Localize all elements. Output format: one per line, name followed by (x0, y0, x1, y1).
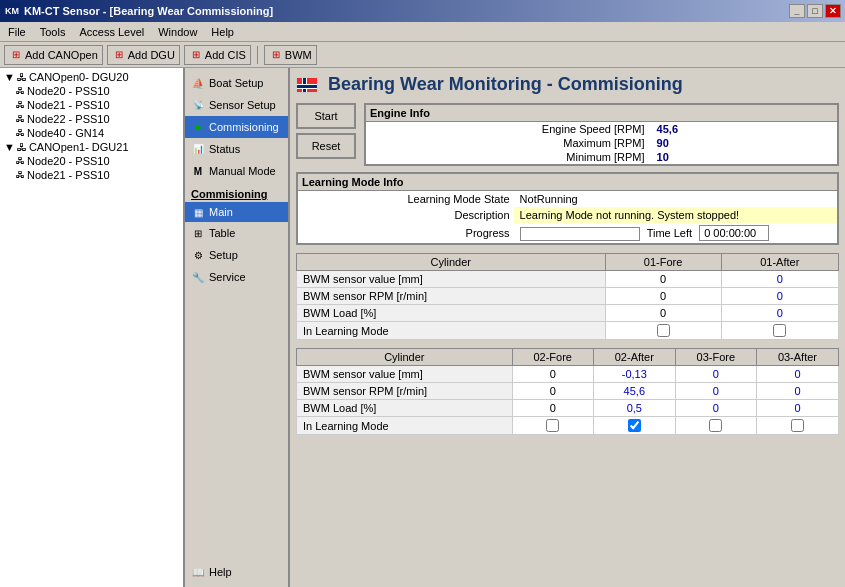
engine-max-value: 90 (649, 136, 837, 150)
help-label: Help (209, 566, 232, 578)
nav-sub-service[interactable]: Service (185, 266, 288, 288)
toolbar-separator (257, 46, 258, 64)
t2-checkbox-4[interactable] (791, 419, 804, 432)
progress-bar (520, 227, 640, 241)
nav-status[interactable]: Status (185, 138, 288, 160)
tree-item-node40-0[interactable]: 🖧 Node40 - GN14 (2, 126, 181, 140)
engine-speed-row: Engine Speed [RPM] 45,6 (366, 122, 837, 136)
tree-item-node20-0[interactable]: 🖧 Node20 - PSS10 (2, 84, 181, 98)
add-dgu-icon: ⊞ (112, 48, 126, 62)
table-row: BWM Load [%] 0 0 (297, 305, 839, 322)
table-label: Table (209, 227, 235, 239)
nav-help[interactable]: Help (185, 561, 288, 583)
table1-col-01after: 01-After (721, 254, 838, 271)
t2-checkbox-3[interactable] (709, 419, 722, 432)
time-left-value: 0 00:00:00 (699, 225, 769, 241)
t2-checkbox-2[interactable] (628, 419, 641, 432)
menu-access-level[interactable]: Access Level (73, 24, 150, 40)
tree-item-node20-1[interactable]: 🖧 Node20 - PSS10 (2, 154, 181, 168)
start-button[interactable]: Start (296, 103, 356, 129)
setup-label: Setup (209, 249, 238, 261)
norway-flag-icon (296, 77, 318, 93)
window-controls[interactable]: _ □ ✕ (789, 4, 841, 18)
t2-r1-v1: 0 (512, 366, 593, 383)
node-icon-2: 🖧 (16, 114, 25, 124)
main-label: Main (209, 206, 233, 218)
close-button[interactable]: ✕ (825, 4, 841, 18)
t2-r3-v1: 0 (512, 400, 593, 417)
table2-col-03fore: 03-Fore (675, 349, 756, 366)
engine-min-value: 10 (649, 150, 837, 164)
tree-item-canopen0[interactable]: ▼ 🖧 CANOpen0- DGU20 (2, 70, 181, 84)
t2-r2-v1: 0 (512, 383, 593, 400)
t2-r4-v3[interactable] (675, 417, 756, 435)
nav-sub-table[interactable]: ⊞ Table (185, 222, 288, 244)
nav-sub-setup[interactable]: ⚙ Setup (185, 244, 288, 266)
page-header: Bearing Wear Monitoring - Commisioning (296, 74, 839, 95)
t2-r4-label: In Learning Mode (297, 417, 513, 435)
learning-desc-label: Description (298, 207, 514, 223)
tree-item-node22-0[interactable]: 🖧 Node22 - PSS10 (2, 112, 181, 126)
tree-item-node21-0[interactable]: 🖧 Node21 - PSS10 (2, 98, 181, 112)
minimize-button[interactable]: _ (789, 4, 805, 18)
manual-mode-label: Manual Mode (209, 165, 276, 177)
engine-max-row: Maximum [RPM] 90 (366, 136, 837, 150)
t1-r4-v2[interactable] (721, 322, 838, 340)
t1-checkbox-1[interactable] (657, 324, 670, 337)
restore-button[interactable]: □ (807, 4, 823, 18)
menu-bar: File Tools Access Level Window Help (0, 22, 845, 42)
t1-checkbox-2[interactable] (773, 324, 786, 337)
t2-r4-v1[interactable] (512, 417, 593, 435)
learning-mode-table: Learning Mode State NotRunning Descripti… (298, 191, 837, 243)
status-label: Status (209, 143, 240, 155)
t1-r4-v1[interactable] (605, 322, 721, 340)
engine-min-label: Minimum [RPM] (366, 150, 649, 164)
bwm-icon: ⊞ (269, 48, 283, 62)
tree-item-node21-1[interactable]: 🖧 Node21 - PSS10 (2, 168, 181, 182)
nav-sensor-setup[interactable]: Sensor Setup (185, 94, 288, 116)
t2-r2-label: BWM sensor RPM [r/min] (297, 383, 513, 400)
menu-file[interactable]: File (2, 24, 32, 40)
nav-section-label: Commisioning (185, 182, 288, 202)
canopen1-icon: 🖧 (17, 142, 27, 153)
engine-section: Start Reset Engine Info Engine Speed [RP… (296, 103, 839, 166)
t2-checkbox-1[interactable] (546, 419, 559, 432)
engine-info-box: Engine Info Engine Speed [RPM] 45,6 Maxi… (364, 103, 839, 166)
nav-manual-mode[interactable]: Manual Mode (185, 160, 288, 182)
learning-state-row: Learning Mode State NotRunning (298, 191, 837, 207)
t2-r4-v4[interactable] (756, 417, 838, 435)
nav-commisioning[interactable]: Commisioning (185, 116, 288, 138)
add-dgu-button[interactable]: ⊞ Add DGU (107, 45, 180, 65)
expand-icon-1: ▼ (4, 141, 15, 153)
table1-header-row: Cylinder 01-Fore 01-After (297, 254, 839, 271)
table1-col-cylinder: Cylinder (297, 254, 606, 271)
bwm-button[interactable]: ⊞ BWM (264, 45, 317, 65)
nav-sub-main[interactable]: ▦ Main (185, 202, 288, 222)
t1-r3-v2: 0 (721, 305, 838, 322)
menu-window[interactable]: Window (152, 24, 203, 40)
expand-icon-0: ▼ (4, 71, 15, 83)
add-cis-button[interactable]: ⊞ Add CIS (184, 45, 251, 65)
node20-1-label: Node20 - PSS10 (27, 155, 110, 167)
t2-r3-v2: 0,5 (593, 400, 675, 417)
reset-button[interactable]: Reset (296, 133, 356, 159)
menu-help[interactable]: Help (205, 24, 240, 40)
data-table-1: Cylinder 01-Fore 01-After BWM sensor val… (296, 253, 839, 340)
table-row: BWM sensor RPM [r/min] 0 45,6 0 0 (297, 383, 839, 400)
t2-r1-v2: -0,13 (593, 366, 675, 383)
learning-desc-row: Description Learning Mode not running. S… (298, 207, 837, 223)
data-table-2: Cylinder 02-Fore 02-After 03-Fore 03-Aft… (296, 348, 839, 435)
main-content: Bearing Wear Monitoring - Commisioning S… (290, 68, 845, 587)
content-area: Boat Setup Sensor Setup Commisioning Sta… (185, 68, 845, 587)
add-canopen-button[interactable]: ⊞ Add CANOpen (4, 45, 103, 65)
t1-r4-label: In Learning Mode (297, 322, 606, 340)
t1-r1-v1: 0 (605, 271, 721, 288)
t2-r4-v2[interactable] (593, 417, 675, 435)
t2-r2-v2: 45,6 (593, 383, 675, 400)
node20-0-label: Node20 - PSS10 (27, 85, 110, 97)
tree-item-canopen1[interactable]: ▼ 🖧 CANOpen1- DGU21 (2, 140, 181, 154)
sensor-icon (191, 98, 205, 112)
node-icon-3: 🖧 (16, 128, 25, 138)
nav-boat-setup[interactable]: Boat Setup (185, 72, 288, 94)
menu-tools[interactable]: Tools (34, 24, 72, 40)
